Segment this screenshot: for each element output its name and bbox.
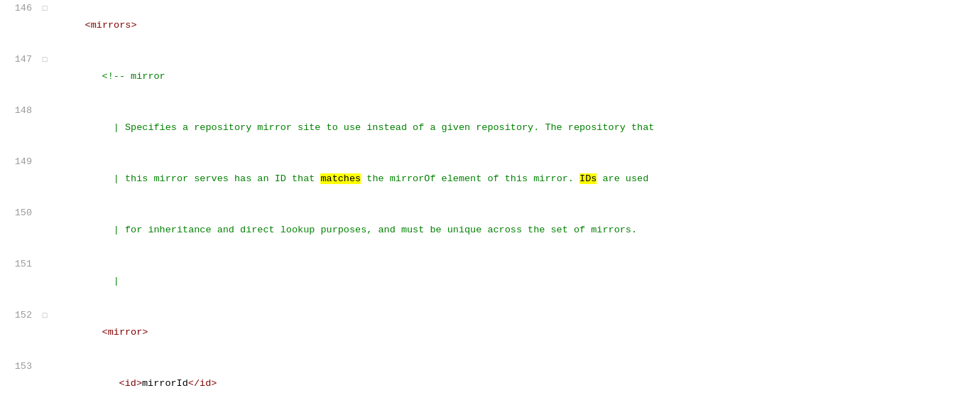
line-content: <mirrors>	[50, 0, 137, 51]
fold-icon[interactable]: □	[39, 307, 50, 324]
line-number: 153	[0, 358, 39, 375]
line-number: 146	[0, 0, 39, 17]
line-content: <mirror>	[50, 307, 148, 358]
code-line-150: 150 | for inheritance and direct lookup …	[0, 205, 980, 256]
line-content: <!-- mirror	[50, 51, 165, 102]
line-number: 148	[0, 102, 39, 119]
line-number: 149	[0, 154, 39, 171]
xml-comment: |	[102, 276, 119, 286]
line-content: | Specifies a repository mirror site to …	[50, 102, 654, 154]
line-number: 152	[0, 307, 39, 324]
xml-tag: <mirror>	[102, 327, 148, 338]
xml-comment: | Specifies a repository mirror site to …	[102, 122, 655, 133]
xml-comment: are used	[597, 173, 648, 184]
line-content: <id>mirrorId</id>	[50, 358, 217, 393]
highlight-ids: IDs	[579, 173, 597, 184]
line-content: | for inheritance and direct lookup purp…	[50, 205, 637, 256]
xml-tag: <id>	[119, 378, 142, 389]
xml-comment: | for inheritance and direct lookup purp…	[102, 225, 637, 235]
line-number: 147	[0, 51, 39, 68]
code-line-153: 153 <id>mirrorId</id>	[0, 358, 980, 393]
xml-tag: <mirrors>	[85, 20, 137, 31]
xml-text: mirrorId	[142, 378, 188, 389]
line-content: |	[50, 256, 119, 307]
fold-icon[interactable]: □	[39, 51, 50, 68]
code-line-151: 151 |	[0, 256, 980, 307]
code-line-149: 149 | this mirror serves has an ID that …	[0, 154, 980, 205]
code-line-147: 147 □ <!-- mirror	[0, 51, 980, 102]
xml-tag: </id>	[188, 378, 217, 389]
xml-comment: the mirrorOf element of this mirror.	[361, 173, 579, 184]
code-line-146: 146 □ <mirrors>	[0, 0, 980, 51]
xml-comment: <!-- mirror	[102, 71, 165, 82]
code-line-152: 152 □ <mirror>	[0, 307, 980, 358]
code-editor: 146 □ <mirrors> 147 □ <!-- mirror 148 | …	[0, 0, 980, 393]
code-line-148: 148 | Specifies a repository mirror site…	[0, 102, 980, 154]
xml-comment: | this mirror serves has an ID that	[102, 173, 321, 184]
line-number: 151	[0, 256, 39, 273]
fold-icon[interactable]: □	[39, 0, 50, 17]
line-number: 150	[0, 205, 39, 222]
line-content: | this mirror serves has an ID that matc…	[50, 154, 648, 205]
highlight-matches: matches	[320, 173, 361, 184]
